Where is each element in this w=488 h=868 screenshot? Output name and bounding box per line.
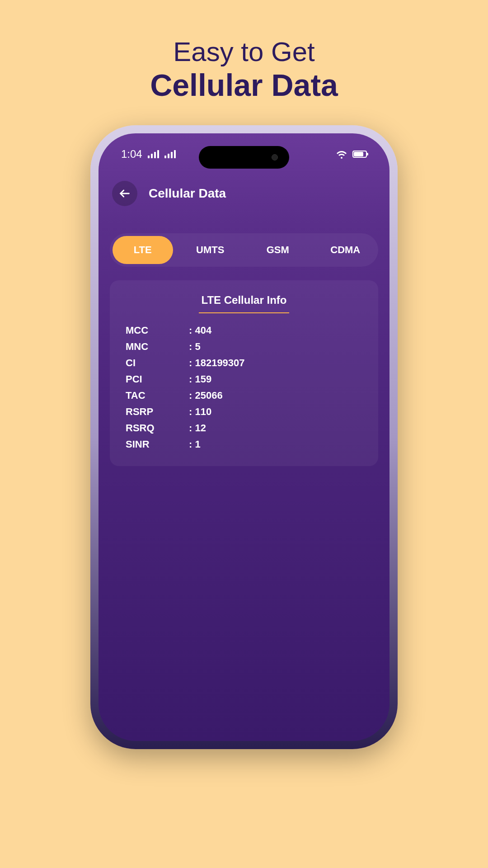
page-heading: Easy to Get Cellular Data <box>150 36 338 103</box>
info-key-rsrq: RSRQ <box>126 422 189 434</box>
status-right <box>336 150 367 159</box>
battery-icon <box>352 151 367 158</box>
heading-line1: Easy to Get <box>150 36 338 67</box>
info-value-rsrq: : 12 <box>189 422 362 434</box>
phone-notch <box>199 146 289 169</box>
info-card: LTE Cellular Info MCC : 404 MNC : 5 CI :… <box>110 280 378 466</box>
info-value-sinr: : 1 <box>189 439 362 450</box>
back-button[interactable] <box>112 181 137 206</box>
info-row: RSRQ : 12 <box>126 422 362 434</box>
info-row: RSRP : 110 <box>126 406 362 418</box>
info-key-rsrp: RSRP <box>126 406 189 418</box>
phone-screen: 1:04 <box>99 133 389 741</box>
notch-camera <box>272 154 278 160</box>
info-value-ci: : 182199307 <box>189 357 362 369</box>
info-value-rsrp: : 110 <box>189 406 362 418</box>
status-left: 1:04 <box>121 148 176 160</box>
info-value-pci: : 159 <box>189 373 362 385</box>
info-value-mcc: : 404 <box>189 325 362 336</box>
signal-bars-icon <box>164 150 176 158</box>
info-key-mnc: MNC <box>126 341 189 353</box>
info-key-tac: TAC <box>126 390 189 401</box>
tab-lte[interactable]: LTE <box>113 236 173 264</box>
arrow-left-icon <box>118 187 131 200</box>
info-row: MCC : 404 <box>126 325 362 336</box>
info-value-mnc: : 5 <box>189 341 362 353</box>
info-key-pci: PCI <box>126 373 189 385</box>
heading-line2: Cellular Data <box>150 67 338 103</box>
wifi-icon <box>336 150 347 159</box>
info-row: CI : 182199307 <box>126 357 362 369</box>
info-row: SINR : 1 <box>126 439 362 450</box>
info-row: PCI : 159 <box>126 373 362 385</box>
card-title: LTE Cellular Info <box>126 294 362 313</box>
status-time: 1:04 <box>121 148 142 160</box>
signal-bars-icon <box>148 150 159 158</box>
tab-umts[interactable]: UMTS <box>180 236 241 264</box>
tabs-container: LTE UMTS GSM CDMA <box>110 233 378 267</box>
info-row: MNC : 5 <box>126 341 362 353</box>
info-value-tac: : 25066 <box>189 390 362 401</box>
app-header: Cellular Data <box>99 160 389 220</box>
info-key-ci: CI <box>126 357 189 369</box>
info-key-mcc: MCC <box>126 325 189 336</box>
phone-frame: 1:04 <box>90 125 398 749</box>
app-title: Cellular Data <box>149 186 226 201</box>
info-key-sinr: SINR <box>126 439 189 450</box>
info-row: TAC : 25066 <box>126 390 362 401</box>
tab-gsm[interactable]: GSM <box>248 236 308 264</box>
info-rows: MCC : 404 MNC : 5 CI : 182199307 PCI : 1… <box>126 325 362 450</box>
tab-cdma[interactable]: CDMA <box>315 236 376 264</box>
